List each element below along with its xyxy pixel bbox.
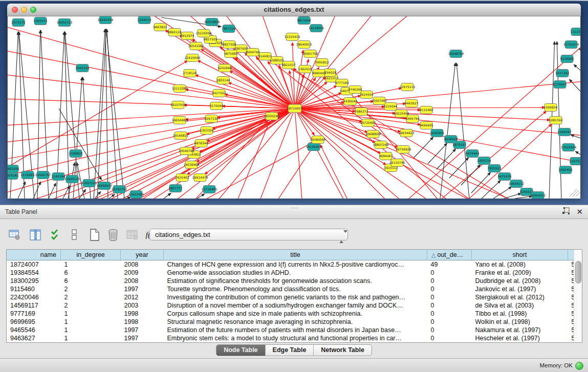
graph-node-label: 1167533 (570, 159, 581, 163)
graph-node-label: 9827505 (204, 37, 217, 41)
table-cell: 2012 (121, 293, 164, 301)
graph-edge (414, 137, 433, 158)
selection-mode-icon[interactable] (68, 228, 81, 242)
table-cell: 1 (61, 318, 121, 326)
table-cell: 9777169 (7, 310, 61, 318)
graph-node-label: 8813054 (297, 18, 311, 22)
table-row[interactable]: 1938455462009Genome-wide association stu… (7, 269, 582, 277)
graph-node-label: 1588520 (270, 58, 284, 62)
table-cell: Changes of HCN gene expression and I(f) … (164, 260, 427, 269)
graph-node-label: 10654112 (509, 182, 525, 185)
graph-node-label: 8822037 (282, 63, 296, 67)
citation-network-graph[interactable]: 1081592109245011125431115683114519411675… (8, 16, 581, 199)
table-toolbar: f(x) citations_edges.txt (0, 218, 588, 248)
graph-node-label: 15751074 (563, 42, 579, 46)
table-cell: 1997 (121, 334, 164, 342)
table-row[interactable]: 2242004622012Investigating the contribut… (7, 293, 582, 301)
show-columns-icon[interactable] (29, 228, 42, 242)
table-cell: 0 (427, 318, 472, 326)
network-canvas[interactable]: 1081592109245011125431115683114519411675… (7, 16, 581, 199)
graph-node-label: 9746266 (349, 87, 362, 91)
graph-node-label: 15145451 (306, 145, 322, 148)
table-row[interactable]: 969969511998Structural magnetic resonanc… (7, 318, 582, 326)
graph-node-label: 5875685 (224, 52, 238, 55)
table-cell: Nakamura et al. (1997) (472, 326, 568, 334)
graph-node-label: 17957225 (81, 181, 97, 185)
graph-node-label: 1145194 (52, 174, 66, 178)
graph-node-label: 18807249 (373, 143, 389, 146)
column-header-name[interactable]: name (7, 250, 61, 260)
graph-node-label: 14039468 (184, 163, 200, 166)
table-row[interactable]: 911546021997Tourette syndrome. Phenomeno… (7, 285, 582, 293)
graph-node-label: 10958107 (97, 184, 113, 187)
graph-edge (107, 29, 118, 199)
table-tabbar: Node Table Edge Table Network Table (0, 344, 588, 358)
graph-node-label: 18640910 (296, 42, 312, 46)
graph-edge (212, 108, 295, 129)
memory-status-label: Memory: OK (539, 362, 573, 368)
graph-edge (106, 29, 124, 199)
graph-node-label: 17016504 (561, 145, 577, 149)
column-header-short[interactable]: short (472, 250, 568, 260)
graph-node-label: 19218506 (309, 26, 324, 30)
table-row[interactable]: 977716911998Corpus callosum shape and si… (7, 310, 582, 318)
table-cell: 0 (427, 301, 472, 310)
table-cell: Embryonic stem cells: a model to study s… (164, 334, 427, 342)
table-vertical-scrollbar[interactable] (574, 250, 582, 342)
canvas-resize-grip[interactable] (573, 190, 579, 196)
table-row[interactable]: 1872400712008Changes of HCN gene express… (7, 260, 582, 269)
graph-node-label: 10507487 (372, 99, 387, 102)
table-row[interactable]: 946554611997Estimation of the future num… (7, 326, 582, 334)
tab-node-table[interactable]: Node Table (216, 345, 265, 356)
table-cell: 2008 (121, 277, 164, 285)
table-cell: Genome-wide association studies in ADHD. (164, 269, 427, 277)
table-row[interactable]: 1830029562008Estimation of significance … (7, 277, 582, 285)
table-cell: 0 (427, 293, 472, 301)
close-panel-icon[interactable]: ✕ (576, 207, 583, 217)
select-all-checks-icon[interactable] (49, 228, 62, 242)
column-header-in_degree[interactable]: in_degree (61, 250, 121, 260)
window-titlebar[interactable]: citations_edges.txt (7, 4, 581, 16)
graph-edge (8, 108, 295, 199)
table-select-dropdown[interactable]: citations_edges.txt (149, 229, 348, 240)
table-cell: 2 (61, 301, 121, 310)
table-mode-icon[interactable] (8, 228, 21, 242)
graph-node-label: 10688609 (365, 132, 381, 136)
graph-edge (8, 108, 295, 199)
column-header-year[interactable]: year (121, 250, 164, 260)
graph-node-label: 2718126 (183, 71, 197, 75)
new-column-icon[interactable] (88, 228, 101, 242)
table-panel-header: Table Panel ✕ (0, 205, 588, 219)
delete-columns-icon[interactable] (106, 228, 120, 242)
graph-node-label: 8860128 (168, 30, 182, 34)
graph-node-label: 16948794 (448, 52, 464, 55)
memory-status-indicator[interactable] (575, 362, 583, 370)
table-row[interactable]: 1456911722003Disruption of a novel membe… (7, 301, 582, 310)
graph-edge (8, 108, 295, 198)
graph-node-label: 13505135 (64, 177, 80, 181)
graph-node-label: 12213389 (172, 86, 188, 90)
graph-node-label: 7986372 (355, 110, 368, 113)
scrollbar-thumb[interactable] (575, 261, 581, 283)
table-cell: 0 (427, 285, 472, 293)
canvas-resize-grip[interactable] (570, 189, 577, 196)
split-pane-grip[interactable] (290, 205, 298, 208)
tab-edge-table[interactable]: Edge Table (266, 345, 314, 356)
table-cell: Hescheler et al. (1997) (472, 334, 568, 342)
graph-edge (59, 108, 101, 180)
graph-edge (198, 60, 295, 108)
graph-node-label: 8912974 (181, 34, 194, 37)
table-cell: Yano et al. (2008) (472, 260, 568, 269)
column-header-out_de[interactable]: △out_de… (427, 250, 472, 260)
graph-node-label: 19565344 (98, 18, 114, 21)
graph-node-label: 9777169 (335, 81, 349, 84)
table-cell: 6 (61, 269, 121, 277)
graph-node-label: 18724007 (287, 106, 303, 110)
graph-node-label: 19384554 (310, 138, 326, 141)
table-row[interactable]: 946362711997Embryonic stem cells: a mode… (7, 334, 582, 342)
table-cell: 1 (61, 326, 121, 334)
float-panel-icon[interactable] (562, 207, 570, 217)
table-cell: Dudbridge et al. (2008) (472, 277, 568, 285)
tab-network-table[interactable]: Network Table (314, 345, 372, 356)
column-header-title[interactable]: title (164, 250, 427, 260)
